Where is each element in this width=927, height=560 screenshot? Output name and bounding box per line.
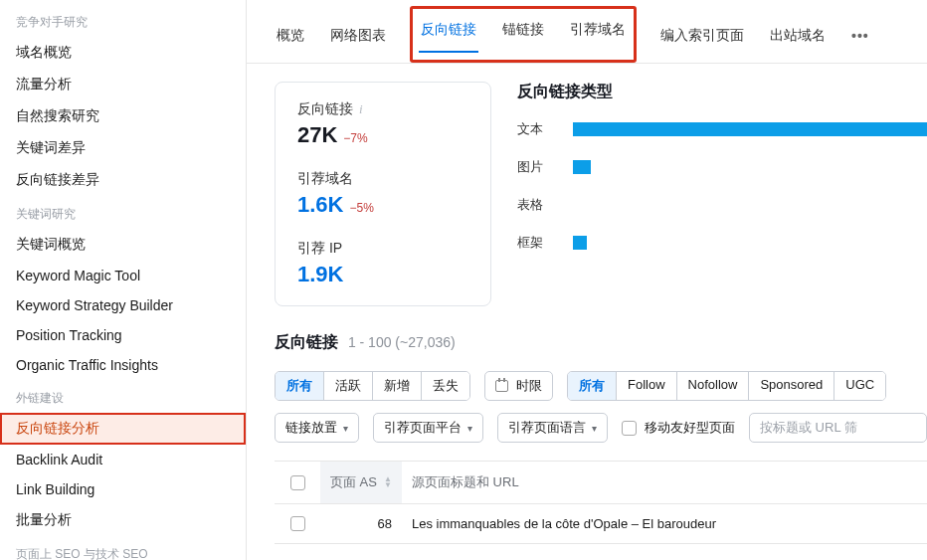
metric-refdomains-label: 引荐域名 bbox=[297, 170, 468, 188]
filter-activity-option[interactable]: 新增 bbox=[373, 372, 422, 400]
row-checkbox[interactable] bbox=[275, 504, 320, 543]
search-input[interactable]: 按标题或 URL 筛 bbox=[749, 413, 927, 443]
backlinks-section-title: 反向链接 bbox=[275, 333, 338, 350]
sidebar-section-title: 关键词研究 bbox=[0, 196, 246, 229]
filter-follow-option[interactable]: UGC bbox=[834, 372, 885, 400]
cell-source-title[interactable]: Les immanquables de la côte d'Opale – El… bbox=[402, 504, 927, 543]
backlink-types-card: 反向链接类型 文本图片表格框架 bbox=[511, 82, 927, 306]
sidebar-item[interactable]: 反向链接差异 bbox=[0, 164, 246, 196]
filter-follow-option[interactable]: Nofollow bbox=[677, 372, 750, 400]
mobile-friendly-checkbox[interactable]: 移动友好型页面 bbox=[622, 419, 735, 437]
sidebar-item[interactable]: 批量分析 bbox=[0, 504, 246, 536]
sidebar-item[interactable]: Keyword Strategy Builder bbox=[0, 290, 246, 320]
main-content: 概览网络图表反向链接锚链接引荐域名编入索引页面出站域名••• 反向链接i 27K… bbox=[247, 0, 927, 560]
backlink-type-bar bbox=[573, 236, 927, 250]
sidebar-item[interactable]: Keyword Magic Tool bbox=[0, 261, 246, 290]
backlink-type-label: 表格 bbox=[517, 196, 573, 214]
filter-activity-group: 所有活跃新增丢失 bbox=[275, 371, 470, 401]
backlink-type-bar bbox=[573, 160, 927, 174]
tab[interactable]: 概览 bbox=[275, 19, 306, 57]
filter-time-button[interactable]: 时限 bbox=[484, 371, 553, 401]
checkbox-icon[interactable] bbox=[290, 516, 305, 531]
sidebar: 竞争对手研究域名概览流量分析自然搜索研究关键词差异反向链接差异关键词研究关键词概… bbox=[0, 0, 247, 560]
tab[interactable]: 反向链接 bbox=[419, 13, 478, 53]
backlink-type-row: 图片 bbox=[517, 158, 927, 176]
sort-icon: ▲▼ bbox=[384, 476, 392, 488]
backlink-type-label: 图片 bbox=[517, 158, 573, 176]
sidebar-section-title: 外链建设 bbox=[0, 380, 246, 413]
calendar-icon bbox=[495, 380, 508, 392]
backlinks-table: 页面 AS ▲▼ 源页面标题和 URL 68Les immanquables d… bbox=[275, 461, 927, 544]
checkbox-icon[interactable] bbox=[290, 475, 305, 490]
sidebar-item[interactable]: 反向链接分析 bbox=[0, 413, 246, 445]
backlink-type-row: 框架 bbox=[517, 234, 927, 252]
filter-follow-group: 所有FollowNofollowSponsoredUGC bbox=[567, 371, 886, 401]
sidebar-item[interactable]: 关键词概览 bbox=[0, 229, 246, 261]
backlink-type-bar bbox=[573, 198, 927, 212]
sidebar-section-title: 页面上 SEO 与技术 SEO bbox=[0, 536, 246, 560]
metric-refdomains-value[interactable]: 1.6K−5% bbox=[297, 192, 468, 218]
metric-refips-label: 引荐 IP bbox=[297, 240, 468, 258]
sidebar-item[interactable]: 域名概览 bbox=[0, 37, 246, 69]
tab[interactable]: 出站域名 bbox=[768, 19, 828, 57]
metrics-card: 反向链接i 27K−7% 引荐域名 1.6K−5% 引荐 IP bbox=[275, 82, 491, 306]
checkbox-icon[interactable] bbox=[622, 421, 637, 436]
tabs-more-button[interactable]: ••• bbox=[849, 20, 871, 56]
sidebar-section-title: 竞争对手研究 bbox=[0, 4, 246, 37]
backlink-types-title: 反向链接类型 bbox=[517, 82, 927, 102]
backlink-type-row: 表格 bbox=[517, 196, 927, 214]
backlink-type-bar bbox=[573, 122, 927, 136]
filter-activity-option[interactable]: 丢失 bbox=[422, 372, 469, 400]
metric-backlinks-label: 反向链接i bbox=[297, 100, 468, 118]
filter-activity-option[interactable]: 所有 bbox=[276, 372, 324, 400]
dropdown-ref-platform[interactable]: 引荐页面平台▾ bbox=[373, 413, 483, 443]
tab[interactable]: 引荐域名 bbox=[568, 13, 628, 52]
dropdown-link-placement[interactable]: 链接放置▾ bbox=[275, 413, 359, 443]
cell-page-as: 68 bbox=[320, 504, 402, 543]
metric-backlinks-delta: −7% bbox=[343, 131, 367, 145]
filter-follow-option[interactable]: Follow bbox=[617, 372, 677, 400]
info-icon: i bbox=[359, 101, 363, 117]
sidebar-item[interactable]: Position Tracking bbox=[0, 320, 246, 350]
sidebar-item[interactable]: Organic Traffic Insights bbox=[0, 350, 246, 380]
backlinks-section-range: 1 - 100 (~27,036) bbox=[348, 334, 456, 350]
sidebar-item[interactable]: Backlink Audit bbox=[0, 445, 246, 474]
filter-follow-option[interactable]: 所有 bbox=[568, 372, 617, 400]
column-source-title[interactable]: 源页面标题和 URL bbox=[402, 462, 927, 503]
sidebar-item[interactable]: 流量分析 bbox=[0, 69, 246, 100]
filter-follow-option[interactable]: Sponsored bbox=[749, 372, 834, 400]
sidebar-item[interactable]: Link Building bbox=[0, 474, 246, 504]
column-page-as[interactable]: 页面 AS ▲▼ bbox=[320, 462, 402, 503]
chevron-down-icon: ▾ bbox=[467, 423, 472, 434]
chevron-down-icon: ▾ bbox=[343, 423, 348, 434]
dropdown-ref-language[interactable]: 引荐页面语言▾ bbox=[497, 413, 608, 443]
table-row[interactable]: 68Les immanquables de la côte d'Opale – … bbox=[275, 504, 927, 544]
tab[interactable]: 编入索引页面 bbox=[658, 19, 746, 57]
tab[interactable]: 锚链接 bbox=[500, 13, 546, 52]
backlink-type-label: 文本 bbox=[517, 120, 573, 138]
sidebar-item[interactable]: 关键词差异 bbox=[0, 132, 246, 164]
tabs-highlight-box: 反向链接锚链接引荐域名 bbox=[410, 6, 637, 63]
metric-backlinks-value: 27K−7% bbox=[297, 122, 468, 148]
tabs-nav: 概览网络图表反向链接锚链接引荐域名编入索引页面出站域名••• bbox=[247, 0, 927, 64]
table-header: 页面 AS ▲▼ 源页面标题和 URL bbox=[275, 462, 927, 504]
select-all-checkbox[interactable] bbox=[275, 464, 320, 502]
backlink-type-label: 框架 bbox=[517, 234, 573, 252]
metric-refips-value[interactable]: 1.9K bbox=[297, 262, 468, 287]
metric-refdomains-delta: −5% bbox=[349, 201, 373, 215]
backlink-type-row: 文本 bbox=[517, 120, 927, 138]
chevron-down-icon: ▾ bbox=[592, 423, 597, 434]
filter-activity-option[interactable]: 活跃 bbox=[324, 372, 373, 400]
tab[interactable]: 网络图表 bbox=[328, 19, 388, 57]
sidebar-item[interactable]: 自然搜索研究 bbox=[0, 100, 246, 132]
